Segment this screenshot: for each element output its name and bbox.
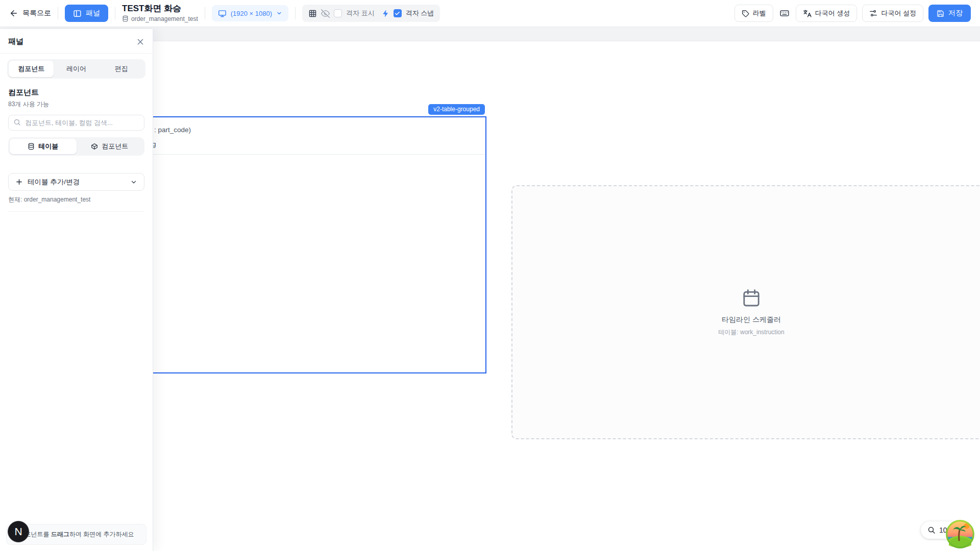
grid-show-checkbox[interactable] <box>334 9 342 17</box>
database-icon <box>122 15 129 22</box>
toolbar-right-group: 라벨 다국어 생성 <box>734 5 971 22</box>
lightning-icon <box>382 10 389 17</box>
search-icon <box>13 118 21 126</box>
source-tab-table[interactable]: 테이블 <box>10 139 77 154</box>
magnifier-icon <box>927 526 936 534</box>
placeholder-table-name: 테이블: work_instruction <box>718 328 784 337</box>
component-type-badge: v2-table-grouped <box>428 104 485 115</box>
save-icon <box>937 10 944 17</box>
package-icon <box>91 143 98 150</box>
add-change-table-button[interactable]: 테이블 추가/변경 <box>8 173 144 191</box>
calendar-icon <box>741 288 762 308</box>
component-clipped-text-1: : part_code) <box>154 126 191 134</box>
nextjs-dev-badge[interactable]: N <box>8 521 29 542</box>
i18n-settings-button[interactable]: 다국어 설정 <box>862 5 923 22</box>
grid-snap-label: 격자 스냅 <box>406 9 434 18</box>
panel-toggle-button[interactable]: 패널 <box>65 5 108 22</box>
component-search <box>8 115 144 131</box>
panel-left-icon <box>73 9 82 18</box>
panel-button-label: 패널 <box>86 9 100 18</box>
components-section-title: 컴포넌트 <box>8 88 144 97</box>
source-tab-component-label: 컴포넌트 <box>102 142 128 151</box>
i18n-generate-button[interactable]: 다국어 생성 <box>796 5 857 22</box>
chevron-down-icon <box>276 10 282 16</box>
resolution-selector[interactable]: (980 × 551) <box>212 5 288 21</box>
keyboard-shortcuts-button[interactable] <box>778 7 791 19</box>
top-toolbar: 목록으로 패널 TEST화면 화승 order_management_test <box>0 0 980 27</box>
source-tab-component[interactable]: 컴포넌트 <box>77 139 143 154</box>
screen-title: TEST화면 화승 <box>122 4 198 14</box>
tag-icon <box>742 10 749 17</box>
panel-title: 패널 <box>8 37 23 46</box>
resolution-value: (980 × 551) <box>231 10 272 17</box>
monitor-icon <box>218 9 227 18</box>
grid-icon <box>308 9 317 18</box>
keyboard-icon <box>779 8 790 18</box>
plus-icon <box>15 178 23 186</box>
back-label: 목록으로 <box>22 9 51 18</box>
divider <box>115 7 115 19</box>
back-arrow-icon <box>9 9 18 18</box>
eye-off-icon <box>321 9 330 18</box>
search-input[interactable] <box>8 115 144 131</box>
tab-edit[interactable]: 편집 <box>99 61 144 77</box>
grid-controls-group: 격자 표시 격자 스냅 <box>302 5 440 22</box>
panel-tabs: 컴포넌트 레이어 편집 <box>7 59 145 79</box>
source-tab-table-label: 테이블 <box>38 142 58 151</box>
translate-icon <box>803 9 812 18</box>
divider <box>205 7 205 19</box>
i18n-generate-text: 다국어 생성 <box>815 9 850 18</box>
screen-title-block: TEST화면 화승 order_management_test <box>122 4 198 22</box>
tab-layers[interactable]: 레이어 <box>54 61 99 77</box>
drag-tip-suffix: 하여 화면에 추가하세요 <box>69 531 134 538</box>
divider <box>58 7 58 19</box>
source-toggle: 테이블 컴포넌트 <box>8 137 144 156</box>
tab-components[interactable]: 컴포넌트 <box>9 61 54 77</box>
back-to-list-button[interactable]: 목록으로 <box>9 9 51 18</box>
add-change-table-label: 테이블 추가/변경 <box>28 178 126 187</box>
grid-show-label: 격자 표시 <box>346 9 375 18</box>
sliders-icon <box>869 9 877 17</box>
table-db-icon <box>28 143 35 150</box>
component-header-divider <box>122 154 485 155</box>
grid-snap-checkbox[interactable] <box>394 9 402 17</box>
drag-tip-bold: 드래그 <box>51 531 69 538</box>
nextjs-n-logo: N <box>14 525 22 538</box>
close-icon[interactable] <box>136 38 144 46</box>
label-button-text: 라벨 <box>753 9 766 18</box>
chevron-down-icon <box>130 179 137 186</box>
divider <box>295 7 296 19</box>
placeholder-component-timeline-scheduler[interactable]: 타임라인 스케줄러 테이블: work_instruction <box>511 185 980 439</box>
i18n-settings-text: 다국어 설정 <box>881 9 916 18</box>
components-count: 83개 사용 가능 <box>8 100 144 109</box>
selected-component-v2-table-grouped[interactable]: v2-table-grouped : part_code) g <box>121 116 486 373</box>
island-extension-icon[interactable] <box>946 520 974 548</box>
bound-table-name: order_management_test <box>131 15 198 22</box>
left-panel: 패널 컴포넌트 레이어 편집 컴포넌트 83개 사용 가능 <box>0 29 153 551</box>
save-button-text: 저장 <box>948 9 963 18</box>
placeholder-title: 타임라인 스케줄러 <box>722 315 781 324</box>
current-table-label: 현재: order_management_test <box>8 195 144 212</box>
save-button[interactable]: 저장 <box>928 5 971 22</box>
label-button[interactable]: 라벨 <box>734 5 773 22</box>
